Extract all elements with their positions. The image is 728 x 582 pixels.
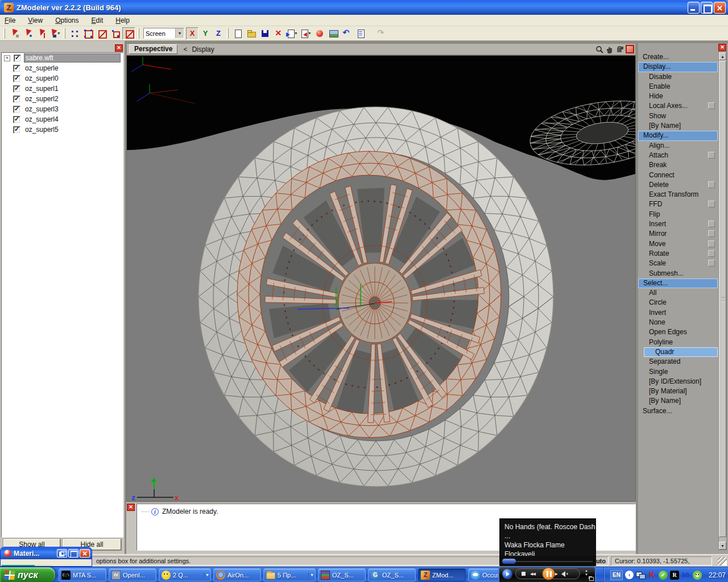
- expander-icon[interactable]: +: [4, 55, 10, 61]
- wmp-logo-icon[interactable]: [502, 569, 512, 579]
- panel-close-icon[interactable]: ✕: [718, 44, 726, 51]
- language-indicator[interactable]: EN: [610, 570, 623, 580]
- command-option-checkbox[interactable]: [708, 221, 715, 227]
- command-item[interactable]: Scale: [638, 259, 718, 268]
- command-item[interactable]: Single: [638, 367, 718, 377]
- scroll-up-icon[interactable]: ▲: [719, 52, 726, 60]
- command-item[interactable]: [By Material]: [638, 386, 718, 396]
- tree-item[interactable]: oz_superl2: [2, 94, 123, 104]
- zoom-icon[interactable]: [595, 45, 604, 54]
- taskbar-button[interactable]: MTA S... ▾: [59, 568, 106, 581]
- command-item[interactable]: Break: [638, 160, 718, 170]
- maximize-viewport-icon[interactable]: [626, 45, 634, 53]
- restore-button[interactable]: [57, 549, 67, 558]
- close-button[interactable]: [80, 549, 90, 558]
- viewport[interactable]: zx: [126, 55, 636, 501]
- toolbar-grip[interactable]: [64, 28, 65, 39]
- tree-item[interactable]: oz_superl5: [2, 124, 123, 135]
- command-option-checkbox[interactable]: [708, 240, 715, 247]
- toolbar-grip[interactable]: [3, 28, 5, 39]
- tree-item[interactable]: oz_superl3: [2, 104, 123, 114]
- command-item[interactable]: Modify...: [638, 131, 718, 140]
- command-item[interactable]: [By Name]: [638, 121, 718, 131]
- file-tool-button[interactable]: ▾: [272, 27, 285, 40]
- taskbar-button[interactable]: 2 Q... ▾: [159, 568, 211, 581]
- command-item[interactable]: None: [638, 318, 718, 327]
- command-item[interactable]: Insert: [638, 219, 718, 229]
- edit-mode-button[interactable]: [81, 27, 94, 40]
- select-tool-button[interactable]: ▾: [21, 27, 34, 40]
- command-item[interactable]: Disable: [638, 72, 718, 82]
- redo-button[interactable]: [375, 27, 388, 40]
- command-item[interactable]: Enable: [638, 82, 718, 92]
- antivirus-ok-icon[interactable]: [659, 571, 668, 580]
- tree-item-root[interactable]: + sabre.wft: [2, 53, 123, 63]
- taskbar-button[interactable]: 5 Пр... ▾: [263, 568, 316, 581]
- select-tool-button[interactable]: ▾: [35, 27, 48, 40]
- rockstar-icon[interactable]: [670, 571, 679, 580]
- visibility-checkbox[interactable]: [13, 95, 20, 103]
- seek-thumb[interactable]: [502, 559, 516, 564]
- tree-item-label[interactable]: oz_superl1: [23, 84, 60, 93]
- command-item[interactable]: Hide: [638, 92, 718, 101]
- file-tool-button[interactable]: ▾: [340, 27, 353, 40]
- kaspersky-icon[interactable]: [647, 571, 656, 580]
- scroll-down-icon[interactable]: ▼: [719, 542, 726, 550]
- command-item[interactable]: Exact Transform: [638, 190, 718, 199]
- command-option-checkbox[interactable]: [708, 152, 715, 159]
- command-item[interactable]: FFD: [638, 199, 718, 209]
- command-item[interactable]: Invert: [638, 308, 718, 318]
- visibility-checkbox[interactable]: [13, 65, 20, 72]
- command-item[interactable]: Delete: [638, 180, 718, 190]
- command-item[interactable]: [By ID/Extension]: [638, 377, 718, 386]
- file-tool-button[interactable]: ▾: [354, 27, 367, 40]
- tree-item-label[interactable]: oz_superl0: [23, 74, 60, 83]
- command-item[interactable]: Local Axes...: [638, 101, 718, 111]
- command-item[interactable]: Surface...: [638, 406, 718, 416]
- volume-dropdown-icon[interactable]: ▾: [566, 572, 569, 576]
- group-dropdown-icon[interactable]: ▾: [204, 572, 210, 577]
- commands-scrollbar[interactable]: ▲ ▼: [718, 52, 727, 550]
- back-arrow[interactable]: <: [183, 45, 187, 53]
- file-tool-button[interactable]: ▾: [299, 27, 312, 40]
- menu-item[interactable]: Help: [115, 16, 130, 24]
- command-item[interactable]: Mirror: [638, 229, 718, 239]
- visibility-checkbox[interactable]: [14, 55, 21, 62]
- command-item[interactable]: Quadr: [644, 347, 718, 357]
- player-restore-icon[interactable]: [589, 577, 594, 581]
- command-item[interactable]: Submesh...: [638, 269, 718, 278]
- command-item[interactable]: Attach: [638, 151, 718, 160]
- command-item[interactable]: Rotate: [638, 249, 718, 259]
- axis-toggle-button[interactable]: Y: [199, 27, 212, 40]
- materials-window[interactable]: Materi...: [0, 547, 92, 567]
- seek-bar[interactable]: [499, 556, 596, 566]
- toolbar-grip[interactable]: [138, 28, 139, 39]
- visibility-checkbox[interactable]: [13, 85, 20, 93]
- command-option-checkbox[interactable]: [708, 201, 715, 207]
- previous-button[interactable]: ◀◀: [530, 572, 535, 576]
- materials-titlebar[interactable]: Materi...: [1, 547, 92, 559]
- tree-item-label[interactable]: oz_superl2: [23, 94, 60, 103]
- minimize-button[interactable]: [688, 2, 700, 14]
- command-item[interactable]: All: [638, 288, 718, 298]
- edit-mode-button[interactable]: [122, 27, 135, 40]
- resize-grip[interactable]: [718, 557, 727, 566]
- taskbar-button[interactable]: OpenI... ▾: [109, 568, 156, 581]
- menu-item[interactable]: Options: [55, 16, 78, 24]
- file-tool-button[interactable]: ▾: [231, 27, 244, 40]
- edit-mode-button[interactable]: [109, 27, 122, 40]
- select-tool-button[interactable]: ▾: [48, 27, 61, 40]
- pan-hand-icon[interactable]: [605, 45, 614, 54]
- toolbar-grip[interactable]: [227, 28, 229, 39]
- tree-item[interactable]: oz_superl4: [2, 114, 123, 124]
- pause-button[interactable]: [542, 567, 555, 580]
- view-mode-select[interactable]: Screen ▼: [143, 28, 184, 39]
- player-expand-icon[interactable]: ▲▼: [585, 569, 588, 577]
- taskbar-button[interactable]: ZMod... ▾: [418, 568, 466, 581]
- command-item[interactable]: Display...: [638, 62, 718, 72]
- taskbar-button[interactable]: AirOn... ▾: [213, 568, 261, 581]
- command-item[interactable]: Align...: [638, 141, 718, 151]
- file-tool-button[interactable]: ▾: [245, 27, 258, 40]
- command-option-checkbox[interactable]: [708, 102, 715, 109]
- command-option-checkbox[interactable]: [708, 250, 715, 257]
